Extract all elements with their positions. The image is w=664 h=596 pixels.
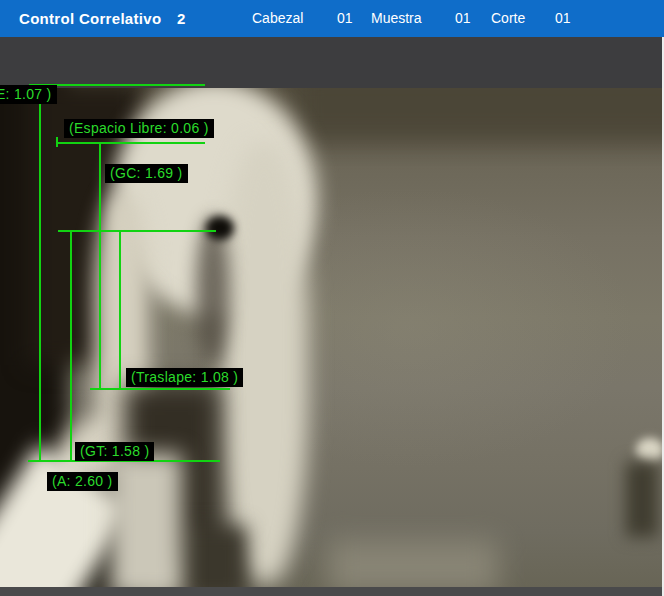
field-label-corte: Corte xyxy=(491,10,525,26)
measure-tick-espacio xyxy=(56,137,58,147)
measure-label-gc[interactable]: (GC: 1.69 ) xyxy=(105,164,188,183)
measurement-overlay: (E: 1.07 ) (Espacio Libre: 0.06 ) (GC: 1… xyxy=(0,0,664,596)
correlative-number: 2 xyxy=(177,10,185,27)
field-label-muestra: Muestra xyxy=(371,10,422,26)
measure-vline-a xyxy=(39,84,41,462)
field-value-corte[interactable]: 01 xyxy=(555,10,571,26)
measure-line-espacio xyxy=(56,142,205,144)
measure-label-gt[interactable]: (GT: 1.58 ) xyxy=(75,442,154,461)
field-label-cabezal: Cabezal xyxy=(252,10,303,26)
measure-label-traslape[interactable]: (Traslape: 1.08 ) xyxy=(126,368,243,387)
frame-strip-bottom xyxy=(0,587,664,596)
measure-vline-gt xyxy=(70,230,72,462)
field-value-cabezal[interactable]: 01 xyxy=(337,10,353,26)
measure-vline-traslape xyxy=(119,230,121,388)
measure-line-middle xyxy=(58,230,216,232)
measure-label-a[interactable]: (A: 2.60 ) xyxy=(47,472,118,491)
measure-label-espacio[interactable]: (Espacio Libre: 0.06 ) xyxy=(64,119,214,138)
measure-line-traslape xyxy=(90,388,230,390)
measure-label-e[interactable]: (E: 1.07 ) xyxy=(0,85,57,104)
measure-vline-gc xyxy=(99,142,101,388)
field-value-muestra[interactable]: 01 xyxy=(455,10,471,26)
app-title: Control Correlativo xyxy=(19,10,161,27)
app-header-bar: Control Correlativo 2 Cabezal 01 Muestra… xyxy=(0,0,664,37)
